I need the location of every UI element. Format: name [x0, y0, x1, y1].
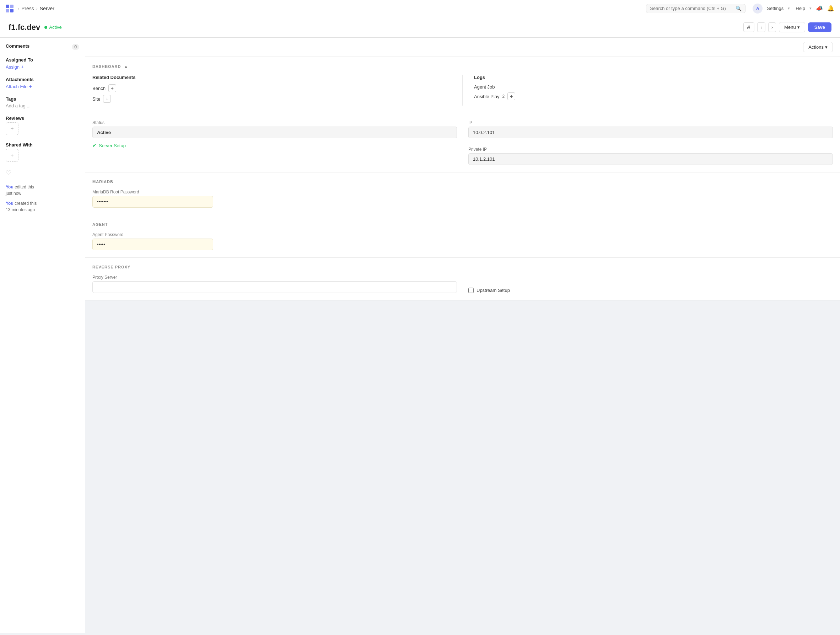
menu-chevron-icon: ▾	[797, 25, 800, 30]
actions-bar: Actions ▾	[85, 38, 840, 57]
menu-button[interactable]: Menu ▾	[779, 22, 805, 32]
megaphone-icon[interactable]: 📣	[816, 5, 823, 12]
help-chevron: ▾	[810, 6, 812, 11]
mariadb-section: MARIADB MariaDB Root Password	[85, 173, 840, 215]
sidebar-shared-with: Shared With +	[6, 142, 79, 162]
breadcrumb-press[interactable]: Press	[21, 6, 34, 11]
agent-job-label: Agent Job	[474, 84, 495, 90]
proxy-server-input[interactable]	[92, 281, 457, 293]
attachments-label: Attachments	[6, 77, 79, 82]
nav-next-button[interactable]: ›	[768, 22, 776, 32]
breadcrumb: › Press › Server	[18, 6, 54, 11]
shared-add-button[interactable]: +	[6, 149, 19, 162]
reviews-add-button[interactable]: +	[6, 122, 19, 135]
main-layout: Comments 0 Assigned To Assign + Attachme…	[0, 38, 840, 633]
breadcrumb-sep-1: ›	[18, 6, 19, 11]
upstream-setup-label: Upstream Setup	[477, 288, 510, 293]
page-header: f1.fc.dev Active 🖨 ‹ › Menu ▾ Save	[0, 17, 840, 38]
proxy-server-label: Proxy Server	[92, 275, 457, 280]
topnav: › Press › Server 🔍 A Settings ▾ Help ▾ 📣…	[0, 0, 840, 17]
ip-input[interactable]	[468, 127, 833, 138]
agent-password-group: Agent Password	[92, 232, 213, 250]
bench-add-button[interactable]: +	[108, 84, 116, 92]
site-add-button[interactable]: +	[103, 95, 111, 103]
sidebar-comments: Comments 0	[6, 43, 79, 50]
ansible-play-count: 2	[502, 94, 505, 99]
comments-count: 0	[72, 44, 79, 50]
print-button[interactable]: 🖨	[743, 22, 754, 32]
assign-link[interactable]: Assign +	[6, 64, 79, 70]
help-button[interactable]: Help	[796, 6, 805, 11]
agent-header: AGENT	[92, 222, 833, 226]
mariadb-title: MARIADB	[92, 179, 113, 184]
activity-1-time: just now	[6, 191, 21, 196]
attach-plus-icon: +	[29, 84, 32, 89]
nav-prev-button[interactable]: ‹	[757, 22, 765, 32]
activity-2-time: 13 minutes ago	[6, 207, 35, 212]
mariadb-password-label: MariaDB Root Password	[92, 190, 213, 195]
heart-icon[interactable]: ♡	[6, 169, 11, 176]
logs-title: Logs	[474, 74, 827, 80]
agent-title: AGENT	[92, 222, 108, 226]
add-tag-link[interactable]: Add a tag ...	[6, 103, 79, 108]
activity-item-1: You edited this just now	[6, 184, 79, 196]
dashboard-section: DASHBOARD ▲ Related Documents Bench + Si…	[85, 57, 840, 113]
site-item: Site +	[92, 95, 456, 103]
dashboard-header: DASHBOARD ▲	[92, 64, 833, 69]
dashboard-title: DASHBOARD	[92, 64, 121, 69]
agent-section: AGENT Agent Password	[85, 215, 840, 258]
attach-file-link[interactable]: Attach File +	[6, 84, 79, 89]
activity-log: You edited this just now You created thi…	[6, 184, 79, 213]
status-group: Status Active ✔ Server Setup	[92, 120, 457, 165]
ip-label: IP	[468, 120, 833, 125]
breadcrumb-server[interactable]: Server	[40, 6, 54, 11]
page-title: f1.fc.dev	[8, 23, 40, 32]
activity-2-action: created this	[14, 201, 36, 206]
upstream-setup-checkbox[interactable]	[468, 288, 474, 293]
agent-password-input[interactable]	[92, 239, 213, 250]
save-button[interactable]: Save	[808, 22, 832, 32]
sidebar-assigned-to: Assigned To Assign +	[6, 57, 79, 70]
settings-button[interactable]: Settings	[767, 6, 783, 11]
logo	[6, 5, 14, 13]
content-area: Actions ▾ DASHBOARD ▲ Related Documents …	[85, 38, 840, 633]
dashboard-toggle-icon[interactable]: ▲	[124, 64, 128, 69]
status-value: Active	[92, 127, 457, 138]
reverse-proxy-form: Proxy Server Upstream Setup	[92, 275, 833, 293]
assigned-to-label: Assigned To	[6, 57, 79, 63]
search-input[interactable]	[650, 6, 733, 11]
search-bar[interactable]: 🔍	[646, 4, 745, 13]
server-setup-label: Server Setup	[99, 143, 126, 148]
related-documents-title: Related Documents	[92, 74, 456, 80]
tags-label: Tags	[6, 97, 79, 102]
sidebar-reviews: Reviews +	[6, 116, 79, 135]
status-dot	[44, 26, 47, 29]
status-section: Status Active ✔ Server Setup IP Private …	[85, 113, 840, 173]
topnav-right: A Settings ▾ Help ▾ 📣 🔔	[753, 3, 834, 14]
site-label: Site	[92, 97, 100, 102]
reverse-proxy-header: REVERSE PROXY	[92, 265, 833, 269]
mariadb-password-input[interactable]	[92, 196, 213, 207]
reverse-proxy-title: REVERSE PROXY	[92, 265, 130, 269]
mariadb-header: MARIADB	[92, 179, 833, 184]
avatar: A	[753, 3, 763, 14]
actions-label: Actions	[808, 44, 824, 50]
private-ip-label: Private IP	[468, 147, 833, 152]
bench-label: Bench	[92, 86, 106, 91]
shared-with-label: Shared With	[6, 142, 79, 147]
related-docs: Related Documents Bench + Site + Logs Ag…	[92, 74, 833, 106]
status-badge: Active	[44, 25, 62, 30]
menu-label: Menu	[784, 25, 796, 30]
server-setup-row: ✔ Server Setup	[92, 143, 457, 148]
ansible-add-button[interactable]: +	[507, 92, 515, 100]
private-ip-input[interactable]	[468, 153, 833, 165]
agent-password-label: Agent Password	[92, 232, 213, 237]
status-field-label: Status	[92, 120, 457, 125]
sidebar-attachments: Attachments Attach File +	[6, 77, 79, 89]
status-form: Status Active ✔ Server Setup IP Private …	[92, 120, 833, 165]
settings-chevron: ▾	[788, 6, 790, 11]
agent-job-item: Agent Job	[474, 84, 827, 90]
reviews-label: Reviews	[6, 116, 79, 121]
actions-button[interactable]: Actions ▾	[803, 42, 833, 52]
bell-icon[interactable]: 🔔	[827, 5, 834, 12]
